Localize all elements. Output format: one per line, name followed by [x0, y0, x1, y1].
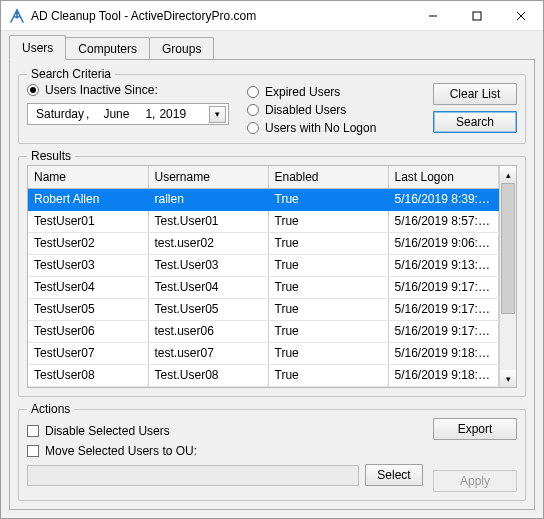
actions-left: Disable Selected Users Move Selected Use…: [27, 424, 423, 486]
date-dropdown-icon[interactable]: [209, 106, 226, 123]
table-row[interactable]: TestUser06test.user06True5/16/2019 9:17:…: [28, 320, 499, 342]
cell-username: Test.User05: [148, 298, 268, 320]
radio-inactive-label: Users Inactive Since:: [45, 83, 158, 97]
scroll-down-icon[interactable]: [500, 370, 516, 387]
results-table: NameUsernameEnabledLast Logon Robert All…: [28, 166, 499, 387]
cell-last: 5/16/2019 9:06:58 ...: [388, 232, 499, 254]
results-table-wrap: NameUsernameEnabledLast Logon Robert All…: [27, 165, 517, 388]
table-row[interactable]: TestUser03Test.User03True5/16/2019 9:13:…: [28, 254, 499, 276]
checkbox-box-icon: [27, 425, 39, 437]
cell-enabled: True: [268, 342, 388, 364]
table-row[interactable]: TestUser01Test.User01True5/16/2019 8:57:…: [28, 210, 499, 232]
cell-name: TestUser01: [28, 210, 148, 232]
cell-name: TestUser02: [28, 232, 148, 254]
scroll-thumb[interactable]: [501, 183, 515, 314]
search-criteria-group: Search Criteria Users Inactive Since: Sa…: [18, 74, 526, 144]
table-row[interactable]: TestUser08Test.User08True5/16/2019 9:18:…: [28, 364, 499, 386]
actions-right: Export Apply: [433, 418, 517, 492]
actions-row: Disable Selected Users Move Selected Use…: [27, 418, 517, 492]
cell-last: 5/16/2019 9:17:59 ...: [388, 320, 499, 342]
tab-computers[interactable]: Computers: [65, 37, 150, 59]
cell-username: test.user06: [148, 320, 268, 342]
checkbox-disable-label: Disable Selected Users: [45, 424, 170, 438]
search-criteria-title: Search Criteria: [27, 67, 115, 81]
scroll-up-icon[interactable]: [500, 166, 516, 183]
table-row[interactable]: TestUser07test.user07True5/16/2019 9:18:…: [28, 342, 499, 364]
select-ou-button[interactable]: Select: [365, 464, 423, 486]
table-row[interactable]: TestUser05Test.User05True5/16/2019 9:17:…: [28, 298, 499, 320]
tab-body-users: Search Criteria Users Inactive Since: Sa…: [9, 59, 535, 510]
tab-users[interactable]: Users: [9, 35, 66, 60]
window-buttons: [411, 1, 543, 30]
close-button[interactable]: [499, 1, 543, 30]
radio-no-logon[interactable]: Users with No Logon: [247, 121, 423, 135]
cell-last: 5/16/2019 9:18:09 ...: [388, 342, 499, 364]
minimize-button[interactable]: [411, 1, 455, 30]
actions-group: Actions Disable Selected Users Move Sele…: [18, 409, 526, 501]
cell-enabled: True: [268, 210, 388, 232]
results-table-scroll: NameUsernameEnabledLast Logon Robert All…: [28, 166, 499, 387]
maximize-button[interactable]: [455, 1, 499, 30]
search-right: Clear List Search: [433, 83, 517, 133]
cell-username: test.user02: [148, 232, 268, 254]
scroll-track[interactable]: [500, 183, 516, 370]
cell-name: TestUser06: [28, 320, 148, 342]
search-left: Users Inactive Since: Saturday, June 1, …: [27, 83, 237, 125]
cell-last: 5/16/2019 9:17:31 ...: [388, 276, 499, 298]
col-last-logon[interactable]: Last Logon: [388, 166, 499, 188]
cell-name: TestUser07: [28, 342, 148, 364]
radio-nolagon-label: Users with No Logon: [265, 121, 376, 135]
app-window: AD Cleanup Tool - ActiveDirectoryPro.com…: [0, 0, 544, 519]
radio-dot-icon: [247, 86, 259, 98]
cell-enabled: True: [268, 298, 388, 320]
results-title: Results: [27, 149, 75, 163]
cell-last: 5/16/2019 9:13:27 ...: [388, 254, 499, 276]
date-year: 2019: [157, 107, 188, 121]
client-area: UsersComputersGroups Search Criteria Use…: [1, 31, 543, 518]
title-bar: AD Cleanup Tool - ActiveDirectoryPro.com: [1, 1, 543, 31]
col-username[interactable]: Username: [148, 166, 268, 188]
cell-enabled: True: [268, 320, 388, 342]
results-scrollbar[interactable]: [499, 166, 516, 387]
radio-inactive-since[interactable]: Users Inactive Since:: [27, 83, 237, 97]
date-picker[interactable]: Saturday, June 1, 2019: [27, 103, 229, 125]
col-name[interactable]: Name: [28, 166, 148, 188]
cell-last: 5/16/2019 9:18:18 ...: [388, 364, 499, 386]
cell-enabled: True: [268, 364, 388, 386]
ou-row: Select: [27, 464, 423, 486]
search-row: Users Inactive Since: Saturday, June 1, …: [27, 83, 517, 135]
radio-dot-icon: [27, 84, 39, 96]
date-weekday: Saturday: [34, 107, 86, 121]
cell-name: TestUser03: [28, 254, 148, 276]
checkbox-disable-users[interactable]: Disable Selected Users: [27, 424, 423, 438]
col-enabled[interactable]: Enabled: [268, 166, 388, 188]
checkbox-box-icon: [27, 445, 39, 457]
ou-path-input[interactable]: [27, 465, 359, 486]
cell-username: Test.User04: [148, 276, 268, 298]
apply-button[interactable]: Apply: [433, 470, 517, 492]
cell-username: Test.User01: [148, 210, 268, 232]
radio-expired-label: Expired Users: [265, 85, 340, 99]
cell-last: 5/16/2019 8:39:25 ...: [388, 188, 499, 210]
tab-row: UsersComputersGroups: [9, 35, 535, 59]
radio-disabled-users[interactable]: Disabled Users: [247, 103, 423, 117]
export-button[interactable]: Export: [433, 418, 517, 440]
table-row[interactable]: TestUser02test.user02True5/16/2019 9:06:…: [28, 232, 499, 254]
checkbox-move-ou[interactable]: Move Selected Users to OU:: [27, 444, 423, 458]
results-body: Robert AllenrallenTrue5/16/2019 8:39:25 …: [28, 188, 499, 386]
window-title: AD Cleanup Tool - ActiveDirectoryPro.com: [31, 9, 411, 23]
search-button[interactable]: Search: [433, 111, 517, 133]
table-row[interactable]: TestUser04Test.User04True5/16/2019 9:17:…: [28, 276, 499, 298]
cell-username: Test.User08: [148, 364, 268, 386]
tab-groups[interactable]: Groups: [149, 37, 214, 59]
table-row[interactable]: Robert AllenrallenTrue5/16/2019 8:39:25 …: [28, 188, 499, 210]
cell-enabled: True: [268, 276, 388, 298]
clear-list-button[interactable]: Clear List: [433, 83, 517, 105]
cell-enabled: True: [268, 254, 388, 276]
results-group: Results NameUsernameEnabledLast Logon Ro…: [18, 156, 526, 397]
app-icon: [9, 8, 25, 24]
radio-dot-icon: [247, 104, 259, 116]
cell-name: Robert Allen: [28, 188, 148, 210]
radio-expired-users[interactable]: Expired Users: [247, 85, 423, 99]
cell-username: rallen: [148, 188, 268, 210]
